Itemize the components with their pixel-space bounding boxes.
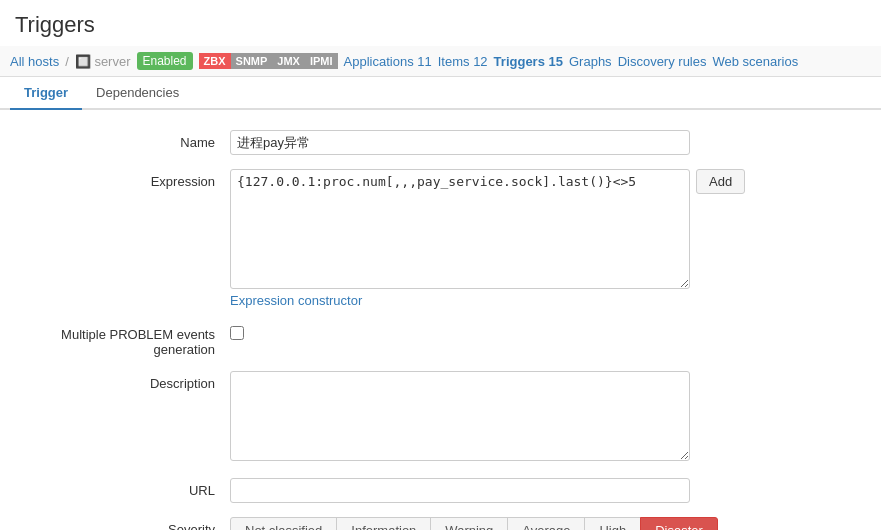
expression-constructor-link[interactable]: Expression constructor — [230, 293, 362, 308]
add-button[interactable]: Add — [696, 169, 745, 194]
multiple-problem-checkbox[interactable] — [230, 326, 244, 340]
badge-snmp: SNMP — [231, 53, 273, 69]
expression-control: {127.0.0.1:proc.num[,,,pay_service.sock]… — [230, 169, 871, 308]
tab-trigger[interactable]: Trigger — [10, 77, 82, 110]
severity-label: Severity — [10, 517, 230, 530]
all-hosts-link[interactable]: All hosts — [10, 54, 59, 69]
badge-zbx: ZBX — [199, 53, 231, 69]
description-textarea[interactable] — [230, 371, 690, 461]
severity-information[interactable]: Information — [336, 517, 431, 530]
severity-disaster[interactable]: Disaster — [640, 517, 718, 530]
page-title: Triggers — [0, 0, 881, 46]
name-label: Name — [10, 130, 230, 150]
expression-textarea[interactable]: {127.0.0.1:proc.num[,,,pay_service.sock]… — [230, 169, 690, 289]
tabs-container: Trigger Dependencies — [0, 77, 881, 110]
badge-jmx: JMX — [272, 53, 305, 69]
name-row: Name — [10, 130, 871, 155]
severity-high[interactable]: High — [584, 517, 641, 530]
severity-not-classified[interactable]: Not classified — [230, 517, 337, 530]
nav-discovery-rules[interactable]: Discovery rules — [618, 54, 707, 69]
enabled-badge: Enabled — [137, 52, 193, 70]
description-row: Description — [10, 371, 871, 464]
severity-buttons: Not classified Information Warning Avera… — [230, 517, 871, 530]
url-label: URL — [10, 478, 230, 498]
severity-control: Not classified Information Warning Avera… — [230, 517, 871, 530]
top-nav: All hosts / 🔲 server Enabled ZBX SNMP JM… — [0, 46, 881, 77]
url-row: URL — [10, 478, 871, 503]
nav-triggers[interactable]: Triggers 15 — [494, 54, 563, 69]
nav-items[interactable]: Items 12 — [438, 54, 488, 69]
multiple-problem-row: Multiple PROBLEM events generation — [10, 322, 871, 357]
nav-separator-1: / — [65, 54, 69, 69]
severity-average[interactable]: Average — [507, 517, 585, 530]
multiple-problem-control — [230, 322, 871, 343]
form-body: Name Expression {127.0.0.1:proc.num[,,,p… — [0, 110, 881, 530]
severity-warning[interactable]: Warning — [430, 517, 508, 530]
name-control — [230, 130, 871, 155]
nav-applications[interactable]: Applications 11 — [344, 54, 432, 69]
nav-web-scenarios[interactable]: Web scenarios — [712, 54, 798, 69]
expression-label: Expression — [10, 169, 230, 189]
url-input[interactable] — [230, 478, 690, 503]
tab-dependencies[interactable]: Dependencies — [82, 77, 193, 110]
description-label: Description — [10, 371, 230, 391]
nav-graphs[interactable]: Graphs — [569, 54, 612, 69]
protocol-badges: ZBX SNMP JMX IPMI — [199, 53, 338, 69]
name-input[interactable] — [230, 130, 690, 155]
description-control — [230, 371, 871, 464]
expression-row: Expression {127.0.0.1:proc.num[,,,pay_se… — [10, 169, 871, 308]
host-link[interactable]: 🔲 server — [75, 54, 131, 69]
badge-ipmi: IPMI — [305, 53, 338, 69]
expression-input-group: {127.0.0.1:proc.num[,,,pay_service.sock]… — [230, 169, 871, 289]
multiple-problem-label: Multiple PROBLEM events generation — [10, 322, 230, 357]
severity-row: Severity Not classified Information Warn… — [10, 517, 871, 530]
url-control — [230, 478, 871, 503]
